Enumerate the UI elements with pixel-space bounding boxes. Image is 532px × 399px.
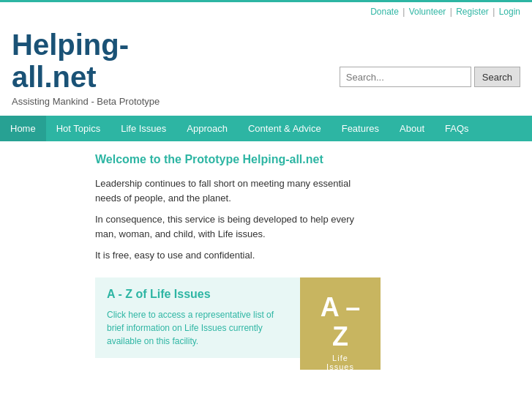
nav-item-approach[interactable]: Approach <box>176 116 238 141</box>
az-section: A - Z of Life Issues Click here to acces… <box>95 277 381 358</box>
tagline: Assisting Mankind - Beta Prototype <box>0 93 532 116</box>
az-box-letters: A –Z <box>321 293 361 351</box>
nav-item-features[interactable]: Features <box>331 116 389 141</box>
nav-item-content-advice[interactable]: Content & Advice <box>238 116 331 141</box>
register-link[interactable]: Register <box>456 7 489 17</box>
main-nav: Home Hot Topics Life Issues Approach Con… <box>0 116 532 141</box>
header: Helping-all.net Search <box>0 21 532 93</box>
welcome-title: Welcome to the Prototype Helping-all.net <box>95 153 520 166</box>
donate-link[interactable]: Donate <box>370 7 399 17</box>
separator-2: | <box>450 7 454 17</box>
nav-item-faqs[interactable]: FAQs <box>435 116 479 141</box>
az-box-subtitle: LifeIssues <box>326 354 354 369</box>
search-input[interactable] <box>340 67 471 87</box>
az-description[interactable]: Click here to access a representative li… <box>107 308 288 348</box>
login-link[interactable]: Login <box>499 7 520 17</box>
search-area: Search <box>340 67 520 93</box>
nav-item-home[interactable]: Home <box>0 116 46 141</box>
main-content: Welcome to the Prototype Helping-all.net… <box>0 141 532 370</box>
nav-item-hot-topics[interactable]: Hot Topics <box>46 116 110 141</box>
search-button[interactable]: Search <box>474 67 520 87</box>
volunteer-link[interactable]: Volunteer <box>409 7 446 17</box>
site-title: Helping-all.net <box>12 29 129 93</box>
az-box[interactable]: A –Z LifeIssues <box>300 277 381 370</box>
intro-paragraph-1: Leadership continues to fall short on me… <box>95 176 373 205</box>
separator-3: | <box>492 7 497 17</box>
nav-item-life-issues[interactable]: Life Issues <box>110 116 176 141</box>
separator-1: | <box>402 7 407 17</box>
top-bar: Donate | Volunteer | Register | Login <box>0 0 532 21</box>
intro-paragraph-2: In consequence, this service is being de… <box>95 212 373 241</box>
nav-item-about[interactable]: About <box>389 116 435 141</box>
intro-paragraph-3: It is free, easy to use and confidential… <box>95 248 373 263</box>
